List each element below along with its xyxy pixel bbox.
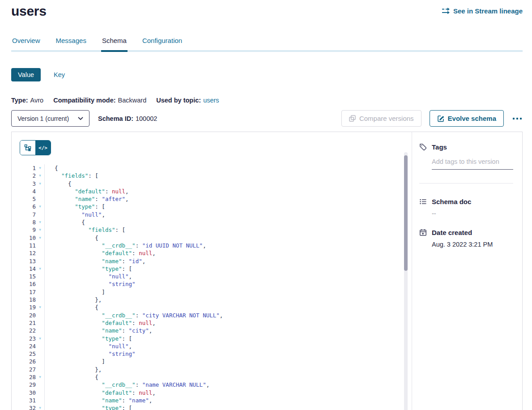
code-text: "null", bbox=[45, 273, 132, 280]
code-text: { bbox=[45, 164, 58, 172]
fold-arrow-icon[interactable]: ▾ bbox=[36, 226, 44, 234]
editor-scrollbar-track[interactable] bbox=[404, 152, 408, 410]
code-text: "default": null, bbox=[45, 389, 156, 397]
code-view-button[interactable]: </> bbox=[35, 141, 51, 155]
line-number: 30 bbox=[20, 389, 36, 397]
evolve-schema-button[interactable]: Evolve schema bbox=[430, 110, 504, 127]
fold-arrow-icon[interactable]: ▾ bbox=[36, 303, 44, 311]
gutter: 20 bbox=[20, 312, 45, 319]
more-options-button[interactable] bbox=[512, 115, 523, 122]
fold-arrow-icon[interactable]: ▾ bbox=[36, 218, 44, 226]
fold-arrow-icon[interactable]: ▾ bbox=[36, 234, 44, 242]
code-text: { bbox=[45, 303, 98, 311]
code-line: 21 "default": null, bbox=[20, 319, 412, 327]
tags-input[interactable] bbox=[432, 158, 513, 170]
code-line: 27 }, bbox=[20, 366, 412, 373]
code-text: "null", bbox=[45, 342, 132, 350]
code-text: "type": [ bbox=[45, 265, 132, 273]
fold-spacer bbox=[36, 280, 44, 288]
line-number: 24 bbox=[20, 342, 36, 350]
code-line: 3▾ { bbox=[20, 180, 412, 188]
fold-spacer bbox=[36, 358, 44, 365]
fold-arrow-icon[interactable]: ▾ bbox=[36, 172, 44, 179]
line-number: 5 bbox=[20, 195, 36, 203]
line-number: 21 bbox=[20, 319, 36, 327]
code-text: "default": null, bbox=[45, 249, 156, 257]
calendar-plus-icon bbox=[419, 229, 427, 236]
code-line: 23▾ "type": [ bbox=[20, 335, 412, 342]
fold-arrow-icon[interactable]: ▾ bbox=[36, 180, 44, 188]
compare-versions-button[interactable]: Compare versions bbox=[341, 110, 421, 127]
fold-arrow-icon[interactable]: ▾ bbox=[36, 203, 44, 210]
evolve-schema-label: Evolve schema bbox=[448, 115, 496, 122]
fold-spacer bbox=[36, 312, 44, 319]
line-number: 26 bbox=[20, 358, 36, 365]
gutter: 25 bbox=[20, 350, 45, 358]
fold-arrow-icon[interactable]: ▾ bbox=[36, 373, 44, 381]
schema-doc-value: -- bbox=[432, 210, 513, 217]
gutter: 13 bbox=[20, 257, 45, 265]
gutter: 19▾ bbox=[20, 303, 45, 311]
schema-editor: </> 1▾{2▾ "fields": [3▾ {4 "default": nu… bbox=[12, 132, 412, 410]
line-number: 22 bbox=[20, 327, 36, 334]
tab-configuration[interactable]: Configuration bbox=[141, 37, 183, 50]
code-line: 13 "name": "id", bbox=[20, 257, 412, 265]
sidebar-divider bbox=[419, 183, 513, 184]
gutter: 10▾ bbox=[20, 234, 45, 242]
line-number: 9 bbox=[20, 226, 36, 234]
code-text: "default": null, bbox=[45, 319, 156, 327]
tree-view-button[interactable] bbox=[20, 141, 35, 155]
line-number: 8 bbox=[20, 218, 36, 226]
fold-spacer bbox=[36, 257, 44, 265]
meta-item: Type:Avro bbox=[11, 97, 43, 104]
line-number: 14 bbox=[20, 265, 36, 273]
tab-schema[interactable]: Schema bbox=[101, 37, 128, 52]
gutter: 11 bbox=[20, 242, 45, 249]
fold-arrow-icon[interactable]: ▾ bbox=[36, 265, 44, 273]
code-text: { bbox=[45, 234, 98, 242]
version-select[interactable]: Version 1 (current) bbox=[11, 110, 89, 127]
dot bbox=[520, 118, 522, 120]
code-line: 25 "string" bbox=[20, 350, 412, 358]
fold-spacer bbox=[36, 397, 44, 404]
code-line: 31 "name": "name", bbox=[20, 397, 412, 404]
meta-value: Avro bbox=[30, 97, 44, 104]
schema-meta-row: Type:AvroCompatibility mode:BackwardUsed… bbox=[11, 97, 523, 104]
tab-messages[interactable]: Messages bbox=[55, 37, 87, 50]
compare-versions-label: Compare versions bbox=[359, 115, 414, 122]
schema-doc-section: Schema doc -- bbox=[419, 198, 513, 217]
tab-key[interactable]: Key bbox=[47, 68, 72, 81]
schema-actions: Compare versions Evolve schema bbox=[341, 110, 523, 127]
tab-overview[interactable]: Overview bbox=[11, 37, 41, 50]
code-line: 24 "null", bbox=[20, 342, 412, 350]
gutter: 30 bbox=[20, 389, 45, 397]
editor-scrollbar-thumb[interactable] bbox=[404, 155, 408, 271]
code-text: "string" bbox=[45, 280, 136, 288]
gutter: 17 bbox=[20, 288, 45, 296]
gutter: 6▾ bbox=[20, 203, 45, 210]
code-line: 29 "__crdb__": "name VARCHAR NULL", bbox=[20, 381, 412, 389]
edit-icon bbox=[437, 115, 444, 122]
meta-label: Type: bbox=[11, 97, 28, 104]
line-number: 3 bbox=[20, 180, 36, 188]
date-created-title: Date created bbox=[432, 229, 472, 236]
fold-arrow-icon[interactable]: ▾ bbox=[36, 335, 44, 342]
see-in-stream-lineage-link[interactable]: See in Stream lineage bbox=[442, 7, 523, 15]
meta-item: Used by topic:users bbox=[156, 97, 219, 104]
code-text: "type": [ bbox=[45, 404, 132, 410]
line-number: 32 bbox=[20, 404, 36, 410]
code-text: "default": null, bbox=[45, 188, 129, 195]
fold-arrow-icon[interactable]: ▾ bbox=[36, 164, 44, 172]
code-line: 19▾ { bbox=[20, 303, 412, 311]
fold-arrow-icon[interactable]: ▾ bbox=[36, 404, 44, 410]
schema-page: users See in Stream lineage OverviewMess… bbox=[0, 0, 532, 410]
gutter: 12 bbox=[20, 249, 45, 257]
tab-bar: OverviewMessagesSchemaConfiguration bbox=[11, 37, 523, 52]
code-text: "name": "after", bbox=[45, 195, 129, 203]
code-line: 14▾ "type": [ bbox=[20, 265, 412, 273]
tags-title: Tags bbox=[432, 143, 447, 151]
line-number: 27 bbox=[20, 366, 36, 373]
tab-value[interactable]: Value bbox=[11, 68, 41, 81]
code-text: "string" bbox=[45, 350, 136, 358]
topic-link[interactable]: users bbox=[203, 97, 219, 104]
